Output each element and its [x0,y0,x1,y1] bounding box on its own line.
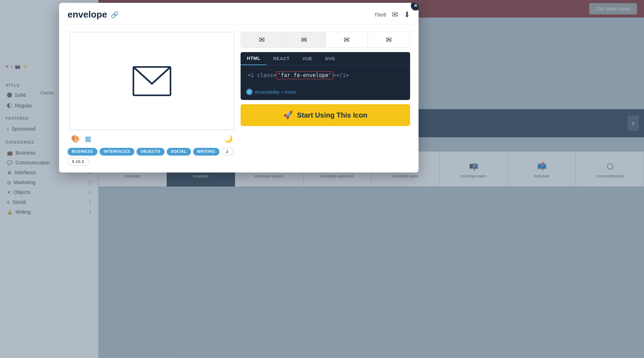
info-circle-icon: i [246,89,253,95]
code-prefix: <i class= [248,72,276,78]
cta-start-using[interactable]: 🚀 Start Using This Icon [241,104,410,126]
cta-label: Start Using This Icon [297,111,367,119]
tags-row: BUSINESS INTERFACES OBJECTS SOCIAL WRITI… [68,148,236,165]
code-body: <i class='far fa-envelope'></i> [241,65,410,85]
modal-preview-panel: 🎨 ▦ 🌙 BUSINESS INTERFACES OBJECTS SOCIAL… [68,32,236,165]
modal-header: envelope 🔗 f0e0 ✉ ⬇ [59,3,419,25]
tab-svg[interactable]: SVG [319,52,342,65]
tab-vue[interactable]: VUE [296,52,319,65]
variant-btn-3[interactable]: ✉ [326,32,368,48]
code-tabs: HTML REACT VUE SVG [241,52,410,65]
tag-social[interactable]: SOCIAL [167,148,191,156]
tag-objects[interactable]: OBJECTS [136,148,165,156]
modal-right-panel: ✉ ✉ ✉ ✉ HTML REACT VUE SVG <i class='far… [236,32,410,165]
unicode-display: f0e0 [374,12,386,18]
icon-detail-modal: × envelope 🔗 f0e0 ✉ ⬇ 🎨 [59,3,419,172]
envelope-header-icon[interactable]: ✉ [392,10,398,19]
variant-btn-2[interactable]: ✉ [283,32,325,48]
modal-title-area: envelope 🔗 [68,9,119,20]
link-icon[interactable]: 🔗 [111,11,119,19]
tag-version[interactable]: 5.10.2 [68,158,89,165]
moon-icon[interactable]: 🌙 [224,134,233,143]
code-class-value: 'far fa-envelope' [276,71,333,79]
preview-toolbar: 🎨 ▦ 🌙 [68,130,236,143]
palette-icon[interactable]: 🎨 [71,134,80,143]
film-icon[interactable]: ▦ [85,134,91,143]
modal-header-right: f0e0 ✉ ⬇ [374,10,410,19]
code-suffix: ></i> [333,72,349,78]
variant-btn-1[interactable]: ✉ [241,32,283,48]
accessibility-link[interactable]: i Accessibility + Icons [241,85,410,100]
code-panel: HTML REACT VUE SVG <i class='far fa-enve… [241,52,410,100]
tab-html[interactable]: HTML [241,52,267,65]
tag-writing[interactable]: WRITING [193,148,220,156]
style-variants: ✉ ✉ ✉ ✉ [241,32,410,48]
tag-version-num[interactable]: 2 [222,148,233,156]
tool-icons: 🎨 ▦ [71,134,91,143]
variant-btn-4[interactable]: ✉ [368,32,410,48]
icon-preview-box [69,32,235,130]
accessibility-link-text: Accessibility + Icons [255,89,296,95]
rocket-icon: 🚀 [283,111,293,120]
tag-business[interactable]: BUSINESS [68,148,97,156]
preview-envelope-svg [133,66,171,96]
tab-react[interactable]: REACT [267,52,296,65]
modal-title-text: envelope [68,9,107,20]
tag-interfaces[interactable]: INTERFACES [100,148,134,156]
modal-body: 🎨 ▦ 🌙 BUSINESS INTERFACES OBJECTS SOCIAL… [59,25,419,172]
download-header-button[interactable]: ⬇ [404,10,410,19]
